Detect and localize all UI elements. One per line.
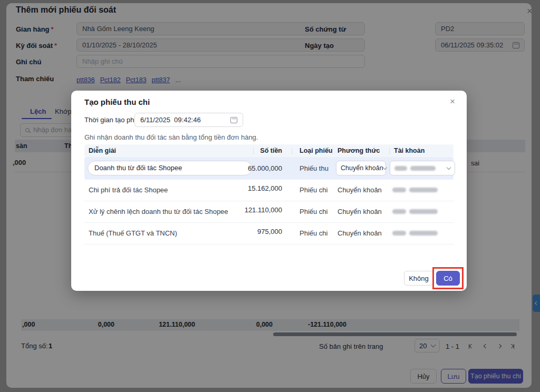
column-separator (389, 148, 390, 154)
row-amount: 65.000,000 (232, 164, 282, 172)
account-select[interactable] (390, 161, 455, 175)
column-header-tai-khoan: Tài khoản (394, 147, 425, 154)
row-voucher-type: Phiếu chi (300, 186, 327, 194)
row-voucher-type: Phiếu chi (300, 229, 327, 237)
row-description: Thuế (Thuế GTGT và TNCN) (89, 229, 177, 237)
row-payment-method: Chuyển khoản (338, 208, 382, 215)
account-value-blurred (392, 231, 438, 236)
modal-close-icon[interactable]: × (450, 97, 455, 106)
account-value-blurred (392, 188, 438, 192)
voucher-time-input[interactable]: 6/11/2025 09:42:46 (134, 113, 243, 127)
row-description-input[interactable]: Doanh thu từ đối tác Shopee (88, 161, 252, 175)
row-description: Xử lý chênh lệch doanh thu từ đối tác Sh… (89, 208, 228, 215)
row-divider (84, 201, 454, 201)
row-amount: 121.110,000 (232, 206, 282, 214)
row-divider (84, 244, 454, 244)
modal-title: Tạo phiếu thu chi (84, 97, 150, 106)
modal-yes-button[interactable]: Có (436, 271, 460, 286)
row-payment-method: Chuyển khoản (338, 186, 382, 194)
column-header-dien-giai: Diễn giải (89, 147, 116, 154)
row-amount: 15.162,000 (232, 184, 282, 192)
row-divider (84, 179, 454, 180)
payment-method-value: Chuyển khoản (341, 164, 383, 172)
modal-description: Ghi nhận doanh thu đối tác sàn bằng tổng… (84, 133, 258, 141)
payment-method-select[interactable]: Chuyển khoản (336, 161, 386, 175)
modal-no-button[interactable]: Không (404, 271, 433, 286)
row-amount: 975,000 (232, 228, 282, 236)
column-header-phuong-thuc: Phương thức (338, 147, 380, 154)
row-voucher-type: Phiếu chi (300, 208, 327, 215)
column-header-so-tien: Số tiền (232, 147, 282, 154)
column-separator (253, 148, 254, 154)
calendar-icon (230, 117, 237, 123)
row-description: Chi phí trả đối tác Shopee (89, 186, 168, 194)
voucher-time-value: 6/11/2025 09:42:46 (140, 116, 201, 124)
row-payment-method: Chuyển khoản (338, 229, 382, 237)
row-divider (84, 222, 454, 223)
row-voucher-type: Phiếu thu (300, 164, 329, 172)
column-separator (292, 148, 292, 154)
account-value-blurred (394, 166, 436, 171)
column-separator (332, 148, 333, 154)
chevron-down-icon (447, 165, 451, 169)
column-header-loai-phieu: Loại phiếu (300, 147, 333, 154)
account-value-blurred (392, 209, 438, 214)
